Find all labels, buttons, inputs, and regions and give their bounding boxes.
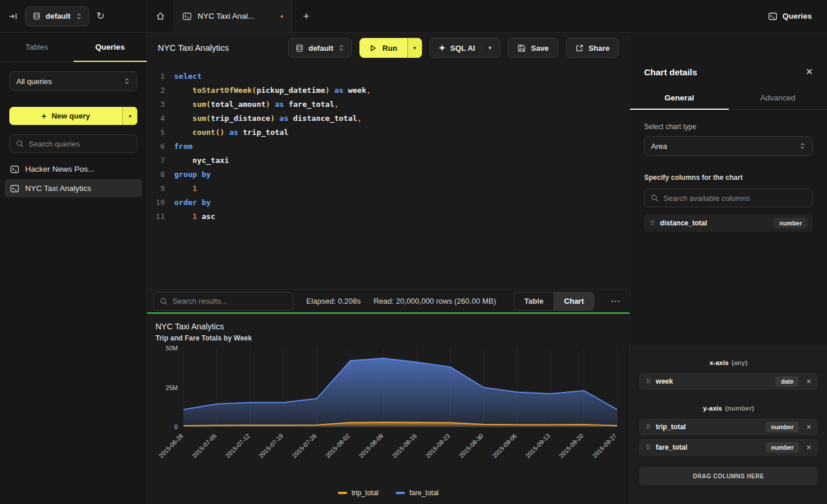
- search-columns-input[interactable]: [663, 194, 807, 203]
- code-text: sum(trip_distance) as distance_total,: [174, 112, 362, 126]
- code-line: 10order by: [147, 196, 629, 210]
- queries-button-label: Queries: [783, 12, 812, 20]
- svg-text:2015-09-06: 2015-09-06: [491, 432, 518, 460]
- refresh-button[interactable]: ↻: [96, 10, 105, 22]
- columns-search: [644, 189, 813, 207]
- chart-subtitle: Trip and Fare Totals by Week: [155, 334, 621, 342]
- remove-column-button[interactable]: ×: [807, 423, 811, 431]
- remove-column-button[interactable]: ×: [807, 443, 811, 451]
- view-chart-button[interactable]: Chart: [553, 293, 594, 310]
- tab-queries[interactable]: Queries: [74, 33, 147, 61]
- save-button[interactable]: Save: [508, 38, 558, 58]
- code-text: 1 asc: [174, 210, 215, 224]
- run-button[interactable]: Run: [359, 38, 407, 58]
- sql-ai-button[interactable]: ✦ SQL AI ▾: [430, 38, 501, 58]
- code-line: 2 toStartOfWeek(pickup_datetime) as week…: [147, 84, 629, 98]
- collapse-sidebar-button[interactable]: [8, 12, 18, 21]
- search-results-input[interactable]: [172, 297, 287, 305]
- query-title: NYC Taxi Analytics: [158, 43, 229, 53]
- query-file-icon: [182, 12, 192, 21]
- rows-read: Read: 20,000,000 rows (260.00 MB): [373, 297, 496, 305]
- home-button[interactable]: [147, 0, 174, 32]
- sql-editor[interactable]: 1select2 toStartOfWeek(pickup_datetime) …: [147, 63, 629, 289]
- legend-item[interactable]: fare_total: [396, 489, 438, 497]
- svg-text:2015-06-28: 2015-06-28: [157, 432, 185, 460]
- queries-button[interactable]: Queries: [768, 12, 812, 21]
- sidebar: Tables Queries All queries + New query ▾…: [0, 33, 147, 504]
- top-bar-right: Queries: [753, 0, 827, 32]
- chart-canvas: 025M50M2015-06-282015-07-052015-07-12201…: [155, 342, 621, 488]
- drag-handle-icon[interactable]: ⠿: [646, 424, 650, 430]
- query-filter-select[interactable]: All queries: [9, 71, 137, 91]
- queries-icon: [768, 12, 777, 21]
- search-icon: [16, 140, 24, 148]
- svg-text:2015-08-23: 2015-08-23: [424, 432, 452, 460]
- new-query-button[interactable]: + New query: [9, 107, 122, 125]
- query-file-icon: [10, 184, 19, 193]
- unsaved-changes-dot: ●: [281, 13, 283, 19]
- column-name: fare_total: [656, 443, 687, 451]
- play-icon: [369, 44, 377, 52]
- tab-nyc-taxi-analytics[interactable]: NYC Taxi Anal... ●: [174, 0, 292, 32]
- code-text: group by: [174, 168, 211, 182]
- search-queries-input[interactable]: [29, 140, 131, 148]
- results-more-button[interactable]: ⋯: [607, 296, 624, 307]
- axes-section: x-axis(any) ⠿weekdate× y-axis(number) ⠿t…: [630, 345, 827, 504]
- svg-text:2015-07-05: 2015-07-05: [191, 432, 218, 460]
- column-row[interactable]: ⠿fare_totalnumber×: [639, 439, 818, 456]
- column-name: week: [656, 377, 673, 385]
- column-name: distance_total: [660, 219, 707, 227]
- svg-text:25M: 25M: [166, 384, 178, 391]
- svg-text:2015-08-30: 2015-08-30: [458, 432, 485, 460]
- query-list-item[interactable]: NYC Taxi Analytics: [5, 179, 142, 197]
- elapsed-time: Elapsed: 0.208s: [306, 297, 361, 305]
- chevron-updown-icon: [799, 142, 806, 150]
- svg-text:2015-07-19: 2015-07-19: [257, 432, 285, 460]
- legend-item[interactable]: trip_total: [338, 489, 378, 497]
- view-table-button[interactable]: Table: [514, 293, 553, 310]
- query-database-selector[interactable]: default: [288, 38, 352, 58]
- save-button-label: Save: [531, 44, 548, 53]
- results-search: [153, 292, 293, 311]
- legend-swatch: [396, 492, 405, 494]
- tab-advanced[interactable]: Advanced: [729, 86, 827, 109]
- line-number: 8: [147, 168, 165, 182]
- column-row[interactable]: ⠿weekdate×: [639, 373, 818, 390]
- legend-swatch: [338, 492, 347, 494]
- line-number: 7: [147, 154, 165, 168]
- divider: [482, 44, 482, 53]
- x-axis-label: x-axis(any): [639, 359, 818, 366]
- svg-text:2015-08-09: 2015-08-09: [357, 432, 385, 460]
- drag-handle-icon[interactable]: ⠿: [646, 378, 650, 385]
- y-axis-columns: ⠿trip_totalnumber×⠿fare_totalnumber×: [639, 419, 818, 456]
- query-list-item[interactable]: Hacker News Pos...: [5, 160, 142, 178]
- chart-type-select[interactable]: Area: [644, 136, 813, 156]
- new-tab-button[interactable]: +: [292, 0, 320, 32]
- drag-columns-drop-zone[interactable]: DRAG COLUMNS HERE: [639, 467, 818, 485]
- top-bar-left: default ↻: [0, 0, 147, 32]
- view-toggle: Table Chart: [514, 292, 594, 311]
- new-query-caret-button[interactable]: ▾: [122, 107, 137, 125]
- chart-details-header: Chart details ✕: [630, 33, 827, 86]
- tab-general[interactable]: General: [630, 86, 729, 109]
- share-icon: [575, 44, 584, 53]
- column-row[interactable]: ⠿trip_totalnumber×: [639, 419, 818, 435]
- column-row[interactable]: ⠿distance_totalnumber: [644, 214, 813, 232]
- remove-column-button[interactable]: ×: [807, 377, 811, 385]
- query-item-label: Hacker News Pos...: [25, 165, 95, 173]
- sidebar-tabs: Tables Queries: [0, 33, 147, 62]
- tab-strip: NYC Taxi Anal... ● +: [147, 0, 753, 32]
- close-panel-button[interactable]: ✕: [805, 67, 813, 77]
- run-caret-button[interactable]: ▾: [407, 38, 422, 58]
- share-button[interactable]: Share: [566, 38, 619, 58]
- new-query-split-button: + New query ▾: [9, 107, 137, 125]
- chart-title: NYC Taxi Analytics: [155, 322, 621, 331]
- chart-panel: NYC Taxi Analytics Trip and Fare Totals …: [147, 312, 629, 504]
- drag-handle-icon[interactable]: ⠿: [646, 444, 650, 451]
- close-icon: ✕: [805, 67, 813, 77]
- drag-handle-icon[interactable]: ⠿: [650, 220, 655, 227]
- run-button-label: Run: [382, 44, 397, 53]
- tab-tables[interactable]: Tables: [0, 33, 74, 61]
- database-selector[interactable]: default: [25, 6, 89, 26]
- share-button-label: Share: [589, 44, 610, 53]
